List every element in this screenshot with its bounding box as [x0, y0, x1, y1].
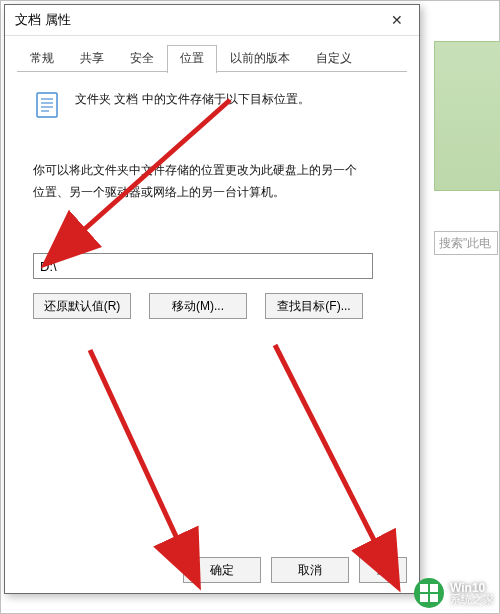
watermark: Win10 系统之家	[414, 578, 494, 608]
description-line1: 你可以将此文件夹中文件存储的位置更改为此硬盘上的另一个	[33, 163, 357, 177]
ok-button[interactable]: 确定	[183, 557, 261, 583]
tab-label: 常规	[30, 51, 54, 65]
watermark-line1: Win10	[450, 582, 494, 594]
description-text: 你可以将此文件夹中文件存储的位置更改为此硬盘上的另一个 位置、另一个驱动器或网络…	[33, 160, 391, 203]
button-label: 取消	[298, 563, 322, 577]
description-line2: 位置、另一个驱动器或网络上的另一台计算机。	[33, 185, 285, 199]
close-icon: ✕	[391, 12, 403, 28]
tab-label: 安全	[130, 51, 154, 65]
close-button[interactable]: ✕	[375, 5, 419, 35]
tab-general[interactable]: 常规	[17, 45, 67, 73]
watermark-line2: 系统之家	[450, 594, 494, 605]
svg-rect-0	[37, 93, 57, 117]
background-accent-strip	[434, 41, 500, 191]
path-input[interactable]	[33, 253, 373, 279]
tab-label: 共享	[80, 51, 104, 65]
document-folder-icon	[33, 90, 63, 120]
button-label: 查找目标(F)...	[277, 299, 350, 313]
apply-button[interactable]: 应	[359, 557, 407, 583]
titlebar: 文档 属性 ✕	[5, 5, 419, 36]
watermark-logo-icon	[414, 578, 444, 608]
button-label: 应	[377, 563, 389, 577]
search-input-background[interactable]: 搜索"此电	[434, 231, 498, 255]
tab-label: 以前的版本	[230, 51, 290, 65]
properties-dialog: 文档 属性 ✕ 常规 共享 安全 位置 以前的版本 自定义 文件夹 文档 中的文…	[4, 4, 420, 594]
tab-label: 位置	[180, 51, 204, 65]
tab-strip: 常规 共享 安全 位置 以前的版本 自定义	[5, 36, 419, 72]
restore-default-button[interactable]: 还原默认值(R)	[33, 293, 131, 319]
tab-customize[interactable]: 自定义	[303, 45, 365, 73]
window-title: 文档 属性	[15, 11, 71, 29]
search-placeholder: 搜索"此电	[439, 235, 491, 252]
cancel-button[interactable]: 取消	[271, 557, 349, 583]
find-target-button[interactable]: 查找目标(F)...	[265, 293, 363, 319]
button-label: 移动(M)...	[172, 299, 224, 313]
tab-content-location: 文件夹 文档 中的文件存储于以下目标位置。 你可以将此文件夹中文件存储的位置更改…	[5, 72, 419, 329]
tab-location[interactable]: 位置	[167, 45, 217, 73]
button-label: 还原默认值(R)	[44, 299, 121, 313]
tab-security[interactable]: 安全	[117, 45, 167, 73]
location-button-row: 还原默认值(R) 移动(M)... 查找目标(F)...	[33, 293, 391, 319]
button-label: 确定	[210, 563, 234, 577]
tab-sharing[interactable]: 共享	[67, 45, 117, 73]
dialog-button-bar: 确定 取消 应	[183, 557, 407, 583]
tab-label: 自定义	[316, 51, 352, 65]
move-button[interactable]: 移动(M)...	[149, 293, 247, 319]
tab-previous-versions[interactable]: 以前的版本	[217, 45, 303, 73]
info-text: 文件夹 文档 中的文件存储于以下目标位置。	[75, 90, 310, 108]
